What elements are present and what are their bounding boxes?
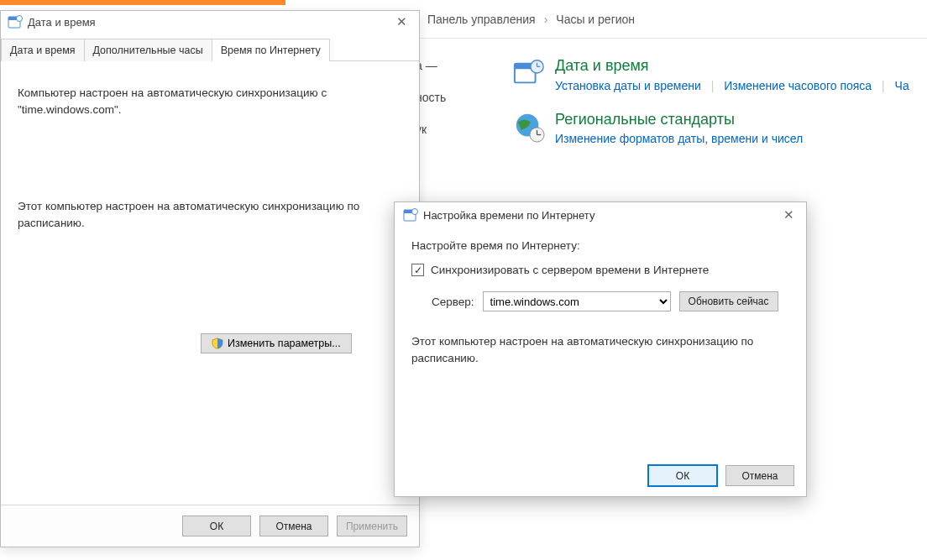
cp-region-text: Региональные стандарты Изменение формато… xyxy=(555,111,803,146)
window-accent-bar xyxy=(0,0,285,5)
tab-additional-clocks[interactable]: Дополнительные часы xyxy=(84,39,212,61)
globe-clock-icon xyxy=(513,111,545,143)
dialog-titlebar[interactable]: Дата и время ✕ xyxy=(1,11,419,31)
prompt-text: Настройте время по Интернету: xyxy=(411,239,789,252)
sync-checkbox-row: ✓ Синхронизировать с сервером времени в … xyxy=(411,264,789,276)
cp-region-title[interactable]: Региональные стандарты xyxy=(555,111,803,129)
close-icon[interactable]: ✕ xyxy=(778,207,799,222)
update-now-button[interactable]: Обновить сейчас xyxy=(679,291,778,311)
change-params-label: Изменить параметры... xyxy=(228,338,341,349)
svg-point-11 xyxy=(17,16,23,22)
link-separator: | xyxy=(711,79,715,92)
server-label: Сервер: xyxy=(432,296,474,308)
change-params-button[interactable]: Изменить параметры... xyxy=(201,333,352,353)
date-time-dialog: Дата и время ✕ Дата и время Дополнительн… xyxy=(0,10,420,547)
link-partial[interactable]: Ча xyxy=(895,79,909,92)
schedule-info-text: Этот компьютер настроен на автоматическу… xyxy=(18,198,402,231)
control-panel-body: Дата и время Установка даты и времени | … xyxy=(416,47,927,164)
dialog-buttons: ОК Отмена Применить xyxy=(1,505,419,547)
breadcrumb-current: Часы и регион xyxy=(556,13,635,26)
apply-button: Применить xyxy=(337,516,407,536)
internet-time-dialog: Настройка времени по Интернету ✕ Настрой… xyxy=(394,201,807,497)
cp-datetime-item: Дата и время Установка даты и времени | … xyxy=(417,57,927,92)
tab-internet-time[interactable]: Время по Интернету xyxy=(212,39,330,61)
sync-info-text: Компьютер настроен на автоматическую син… xyxy=(18,85,402,118)
cp-datetime-title[interactable]: Дата и время xyxy=(555,57,909,76)
dialog-content: Компьютер настроен на автоматическую син… xyxy=(1,61,419,505)
cp-datetime-text: Дата и время Установка даты и времени | … xyxy=(555,57,909,92)
cp-region-item: Региональные стандарты Изменение формато… xyxy=(417,111,927,146)
close-icon[interactable]: ✕ xyxy=(391,14,412,29)
dialog-title: Настройка времени по Интернету xyxy=(423,209,594,222)
link-change-formats[interactable]: Изменение форматов даты, времени и чисел xyxy=(555,132,803,145)
ok-button[interactable]: ОК xyxy=(648,465,717,486)
tab-strip: Дата и время Дополнительные часы Время п… xyxy=(1,38,419,61)
shield-icon xyxy=(212,338,223,349)
tab-date-time[interactable]: Дата и время xyxy=(1,39,85,61)
sync-checkbox-label[interactable]: Синхронизировать с сервером времени в Ин… xyxy=(431,264,709,276)
dialog-title: Дата и время xyxy=(28,16,96,29)
calendar-icon xyxy=(403,207,418,222)
calendar-clock-icon xyxy=(513,57,545,89)
cancel-button[interactable]: Отмена xyxy=(259,516,328,536)
ok-button[interactable]: ОК xyxy=(182,516,251,536)
chevron-right-icon: › xyxy=(544,13,548,26)
schedule-info-text: Этот компьютер настроен на автоматическу… xyxy=(411,333,789,368)
breadcrumb-bar: Панель управления › Часы и регион xyxy=(416,0,927,39)
dialog-titlebar[interactable]: Настройка времени по Интернету ✕ xyxy=(395,202,806,226)
breadcrumb-root[interactable]: Панель управления xyxy=(427,13,536,26)
svg-point-14 xyxy=(412,209,418,215)
sync-checkbox[interactable]: ✓ xyxy=(411,264,424,276)
calendar-icon xyxy=(8,14,23,29)
link-set-date[interactable]: Установка даты и времени xyxy=(555,79,701,92)
link-separator: | xyxy=(882,79,885,92)
link-change-tz[interactable]: Изменение часового пояса xyxy=(724,79,872,92)
server-row: Сервер: time.windows.com Обновить сейчас xyxy=(411,291,789,311)
server-select[interactable]: time.windows.com xyxy=(483,291,671,311)
dialog-content: Настройте время по Интернету: ✓ Синхрони… xyxy=(395,226,806,455)
cancel-button[interactable]: Отмена xyxy=(725,465,794,486)
dialog-buttons: ОК Отмена xyxy=(395,455,806,496)
